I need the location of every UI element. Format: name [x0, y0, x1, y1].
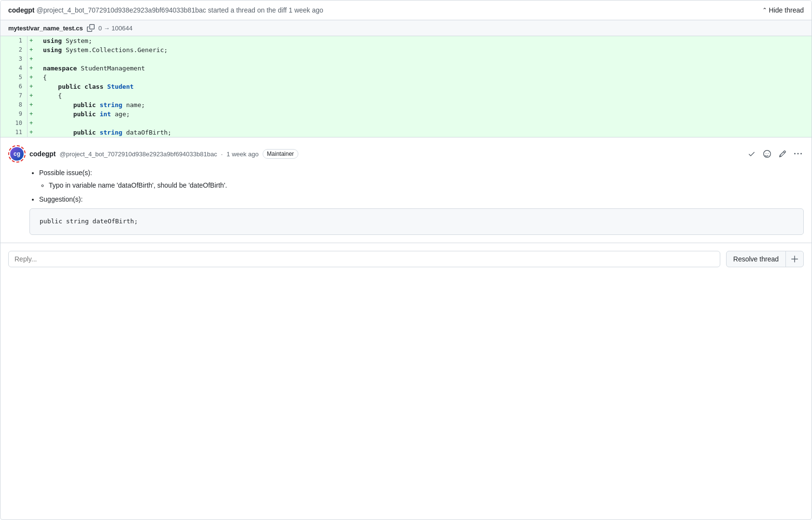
line-sign-9: + — [28, 109, 39, 119]
reply-bar: Resolve thread — [0, 243, 812, 275]
line-sign-4: + — [28, 64, 39, 73]
line-sign-8: + — [28, 100, 39, 109]
line-code-6: public class Student — [39, 82, 812, 91]
line-number-10: 10 — [0, 119, 28, 128]
diff-line-4: 4 + namespace StudentManagement — [0, 64, 812, 73]
line-number-11: 11 — [0, 128, 28, 137]
line-sign-5: + — [28, 73, 39, 82]
header-handle: @project_4_bot_7072910d938e2923a9bf69403… — [36, 6, 206, 14]
header-time: 1 week ago — [289, 6, 323, 14]
line-sign-6: + — [28, 82, 39, 91]
issue-header: Possible issue(s): — [39, 167, 804, 178]
line-number-4: 4 — [0, 64, 28, 73]
line-number-3: 3 — [0, 55, 28, 64]
resolve-thread-icon — [786, 251, 803, 267]
more-actions-button[interactable] — [792, 148, 804, 160]
edit-action-button[interactable] — [777, 148, 788, 160]
avatar-inner: cg — [10, 147, 24, 161]
line-number-1: 1 — [0, 36, 28, 45]
comment-handle: @project_4_bot_7072910d938e2923a9bf69403… — [59, 151, 217, 158]
diff-line-10: 10 + — [0, 119, 812, 128]
comment-header-left: cg codegpt @project_4_bot_7072910d938e29… — [8, 145, 298, 163]
code-suggestion: public string dateOfBirth; — [29, 208, 804, 235]
line-code-8: public string name; — [39, 100, 812, 109]
diff-line-5: 5 + { — [0, 73, 812, 82]
line-code-7: { — [39, 91, 812, 100]
comment-dot: · — [221, 151, 223, 158]
thread-container: codegpt @project_4_bot_7072910d938e2923a… — [0, 0, 812, 520]
line-sign-10: + — [28, 119, 39, 128]
comment-meta: codegpt @project_4_bot_7072910d938e2923a… — [29, 150, 259, 158]
line-sign-3: + — [28, 55, 39, 64]
comment-username: codegpt — [29, 150, 56, 158]
line-sign-7: + — [28, 91, 39, 100]
file-path-bar: mytest/var_name_test.cs 0 → 100644 — [0, 20, 812, 36]
comment-header: cg codegpt @project_4_bot_7072910d938e29… — [8, 145, 804, 163]
line-sign-1: + — [28, 36, 39, 45]
resolve-action-button[interactable] — [746, 148, 757, 160]
file-range: 0 → 100644 — [98, 25, 133, 32]
line-code-1: using System; — [39, 36, 812, 45]
diff-line-2: 2 + using System.Collections.Generic; — [0, 45, 812, 55]
comment-section: cg codegpt @project_4_bot_7072910d938e29… — [0, 137, 812, 243]
diff-line-8: 8 + public string name; — [0, 100, 812, 109]
diff-view: 1 + using System; 2 + using System.Colle… — [0, 36, 812, 137]
diff-line-9: 9 + public int age; — [0, 109, 812, 119]
line-code-3 — [39, 55, 812, 64]
line-code-10 — [39, 119, 812, 128]
line-number-7: 7 — [0, 91, 28, 100]
diff-line-6: 6 + public class Student — [0, 82, 812, 91]
line-code-9: public int age; — [39, 109, 812, 119]
line-sign-11: + — [28, 128, 39, 137]
comment-actions — [746, 148, 804, 160]
resolve-thread-label: Resolve thread — [727, 251, 786, 267]
diff-line-3: 3 + — [0, 55, 812, 64]
file-name: mytest/var_name_test.cs — [8, 25, 83, 32]
line-code-5: { — [39, 73, 812, 82]
diff-line-11: 11 + public string dataOfBirth; — [0, 128, 812, 137]
line-number-6: 6 — [0, 82, 28, 91]
line-code-4: namespace StudentManagement — [39, 64, 812, 73]
thread-header: codegpt @project_4_bot_7072910d938e2923a… — [0, 0, 812, 20]
diff-line-7: 7 + { — [0, 91, 812, 100]
thread-header-info: codegpt @project_4_bot_7072910d938e2923a… — [8, 6, 323, 14]
comment-body: Possible issue(s): Typo in variable name… — [29, 167, 804, 235]
comment-time: 1 week ago — [226, 151, 259, 158]
line-code-2: using System.Collections.Generic; — [39, 45, 812, 55]
line-number-5: 5 — [0, 73, 28, 82]
line-number-8: 8 — [0, 100, 28, 109]
line-number-2: 2 — [0, 45, 28, 55]
avatar: cg — [8, 145, 26, 163]
header-username: codegpt — [8, 6, 34, 14]
hide-thread-button[interactable]: ⌃ Hide thread — [762, 6, 804, 14]
emoji-action-button[interactable] — [761, 148, 773, 160]
reply-input[interactable] — [8, 251, 720, 267]
header-action: started a thread on the diff — [208, 6, 287, 14]
line-number-9: 9 — [0, 109, 28, 119]
file-copy-icon — [87, 24, 95, 32]
suggestion-code: public string dateOfBirth; — [40, 218, 138, 225]
diff-line-1: 1 + using System; — [0, 36, 812, 45]
suggestion-header: Suggestion(s): — [39, 194, 804, 205]
line-code-11: public string dataOfBirth; — [39, 128, 812, 137]
issue-item: Typo in variable name 'dataOfBirth', sho… — [49, 180, 804, 191]
hide-thread-label: Hide thread — [769, 6, 804, 14]
line-sign-2: + — [28, 45, 39, 55]
chevron-up-icon: ⌃ — [762, 7, 767, 14]
resolve-thread-button[interactable]: Resolve thread — [726, 251, 804, 267]
maintainer-badge: Maintainer — [263, 149, 298, 159]
